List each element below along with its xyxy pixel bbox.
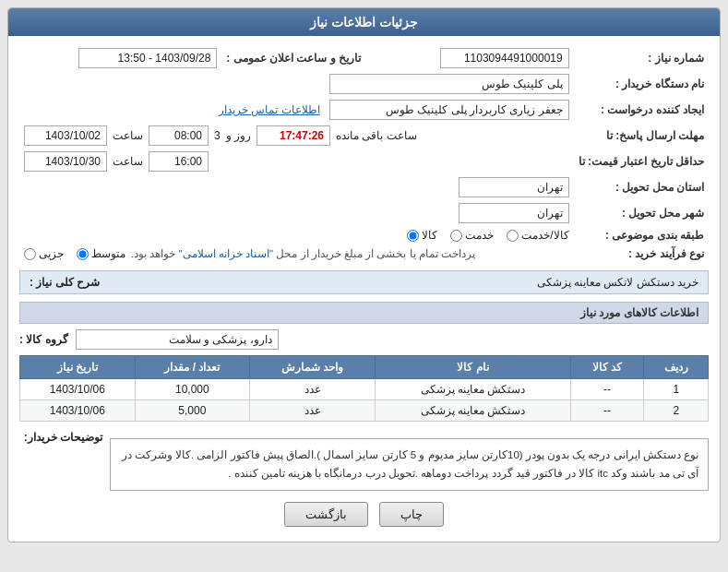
radio-goods-service-label: کالا/خدمت	[521, 229, 568, 242]
reply-remaining: 17:47:26	[257, 125, 330, 146]
creator-label: ایجاد کننده درخواست :	[574, 97, 709, 123]
group-label: گروه کالا :	[19, 333, 68, 346]
cell-code: --	[570, 400, 644, 422]
buttons-row: بازگشت چاپ	[19, 502, 709, 527]
radio-goods[interactable]: کالا	[407, 229, 437, 242]
reply-time-label: ساعت	[113, 129, 143, 142]
cell-unit: عدد	[250, 379, 376, 400]
cell-unit: عدد	[250, 400, 376, 422]
page-title: جزئیات اطلاعات نیاز	[8, 8, 720, 36]
radio-goods-label: کالا	[422, 229, 437, 242]
col-row: ردیف	[644, 356, 709, 379]
reply-days-value: 3	[214, 129, 221, 142]
col-date: تاریخ نیاز	[20, 356, 136, 379]
cell-date: 1403/10/06	[20, 379, 136, 400]
creator-value: جعفر زیاری کاربردار پلی کلینیک طوس	[329, 100, 569, 120]
buyer-value: پلی کلینیک طوس	[329, 74, 569, 94]
price-time-label: ساعت	[113, 155, 143, 168]
cell-row: 1	[644, 379, 709, 400]
col-quantity: تعداد / مقدار	[135, 356, 250, 379]
buyer-label: نام دستگاه خریدار :	[574, 71, 709, 97]
city-value: تهران	[459, 203, 569, 223]
buyer-notes-label: توضیحات خریدار:	[19, 431, 102, 444]
cell-quantity: 5,000	[135, 400, 250, 422]
purchase-small-label: جزیی	[39, 247, 64, 260]
goods-section-title: اطلاعات کالاهای مورد نیاز	[19, 302, 709, 324]
table-row: 1 -- دستکش معاینه پزشکی عدد 10,000 1403/…	[20, 379, 709, 400]
purchase-note: پرداخت تمام یا بخشی از مبلغ خریدار از مح…	[131, 247, 475, 260]
category-label: طبقه بندی موضوعی :	[574, 226, 709, 244]
cell-name: دستکش معاینه پزشکی	[376, 379, 570, 400]
buyer-notes-text: نوع دستکش ایرانی درجه یک بدون پودر (10کا…	[110, 438, 709, 491]
col-name: نام کالا	[376, 356, 570, 379]
group-value: دارو، پزشکی و سلامت	[76, 329, 279, 350]
purchase-medium-input[interactable]	[77, 248, 89, 260]
radio-service-input[interactable]	[450, 230, 462, 242]
price-deadline-label: حداقل تاریخ اعتبار قیمت: تا	[574, 149, 709, 174]
purchase-type-label: نوع فرآیند خرید :	[574, 244, 709, 263]
reply-deadline-label: مهلت ارسال پاسخ: تا	[574, 123, 709, 149]
table-row: 2 -- دستکش معاینه پزشکی عدد 5,000 1403/1…	[20, 400, 709, 422]
price-time: 16:00	[149, 151, 209, 172]
col-unit: واحد شمارش	[250, 356, 376, 379]
contact-link[interactable]: اطلاعات تماس خریدار	[219, 103, 320, 116]
radio-goods-service[interactable]: کالا/خدمت	[507, 229, 568, 242]
cell-name: دستکش معاینه پزشکی	[376, 400, 570, 422]
date-label: تاریخ و ساعت اعلان عمومی :	[221, 45, 365, 71]
purchase-small-input[interactable]	[24, 248, 36, 260]
need-number-value: 1103094491000019	[440, 48, 569, 68]
city-label: شهر محل تحویل :	[574, 200, 709, 226]
reply-date: 1403/10/02	[24, 125, 107, 146]
radio-goods-input[interactable]	[407, 230, 419, 242]
radio-goods-service-input[interactable]	[507, 230, 519, 242]
col-code: کد کالا	[570, 356, 644, 379]
items-table: ردیف کد کالا نام کالا واحد شمارش تعداد /…	[19, 355, 709, 422]
need-number-label: شماره نیاز :	[574, 45, 709, 71]
cell-row: 2	[644, 400, 709, 422]
province-label: استان محل تحویل :	[574, 174, 709, 200]
cell-quantity: 10,000	[135, 379, 250, 400]
reply-days-label: روز و	[226, 129, 251, 142]
reply-time: 08:00	[149, 125, 209, 146]
need-description-value: خرید دستکش لاتکس معاینه پزشکی	[109, 276, 698, 289]
price-date: 1403/10/30	[24, 151, 107, 172]
need-description-label: شرح کلی نیاز :	[30, 276, 100, 289]
purchase-medium[interactable]: متوسط	[77, 247, 125, 260]
purchase-medium-label: متوسط	[91, 247, 125, 260]
radio-service-label: خدمت	[465, 229, 494, 242]
radio-service[interactable]: خدمت	[450, 229, 494, 242]
province-value: تهران	[459, 177, 569, 197]
cell-date: 1403/10/06	[20, 400, 136, 422]
back-button[interactable]: بازگشت	[284, 502, 368, 527]
print-button[interactable]: چاپ	[379, 502, 444, 527]
purchase-small[interactable]: جزیی	[24, 247, 64, 260]
date-value: 1403/09/28 - 13:50	[78, 48, 217, 68]
cell-code: --	[570, 379, 644, 400]
reply-remaining-label: ساعت باقی مانده	[336, 129, 417, 142]
